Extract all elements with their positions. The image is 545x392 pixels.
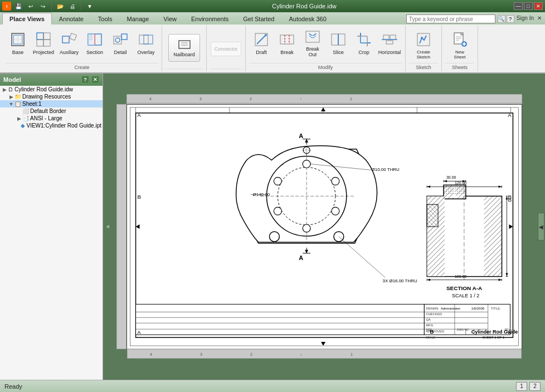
svg-rect-40	[383, 35, 389, 40]
connector-label: Connector	[215, 46, 238, 52]
slice-btn[interactable]: Slice	[326, 27, 351, 59]
right-panel-collapse[interactable]: ◀	[538, 213, 544, 241]
sidebar-close-btn[interactable]: ✕	[91, 76, 99, 84]
expand-icon-4[interactable]: ▶	[16, 116, 22, 121]
tab-view[interactable]: View	[156, 13, 184, 24]
quick-redo-btn[interactable]: ↪	[38, 1, 48, 11]
expand-icon-1[interactable]: ▶	[8, 94, 14, 100]
svg-rect-121	[455, 185, 465, 199]
tree-item-0[interactable]: ▶ 🗋 Cylinder Rod Guide.idw	[0, 86, 103, 93]
sidebar: Model ? ✕ ▶ 🗋 Cylinder Rod Guide.idw ▶ 📁…	[0, 74, 103, 380]
drawing-area[interactable]: ◀ ▶ 4 3 2 ↑ 1	[103, 74, 545, 380]
page1-btn[interactable]: 1	[516, 382, 527, 391]
svg-text:A: A	[299, 133, 303, 139]
tab-manage[interactable]: Manage	[120, 13, 157, 24]
tab-annotate[interactable]: Annotate	[52, 13, 91, 24]
page2-btn[interactable]: 2	[529, 382, 541, 391]
svg-point-88	[274, 177, 281, 185]
svg-rect-117	[484, 196, 502, 276]
base-icon	[9, 31, 27, 48]
expand-icon-0[interactable]: ▶	[1, 87, 8, 92]
svg-marker-75	[321, 342, 325, 346]
tab-get-started[interactable]: Get Started	[236, 13, 281, 24]
tab-tools[interactable]: Tools	[91, 13, 120, 24]
customize-btn[interactable]: ▼	[85, 1, 95, 11]
base-btn[interactable]: Base	[6, 27, 30, 59]
quick-undo-btn[interactable]: ↩	[26, 1, 36, 11]
tab-autodesk360[interactable]: Autodesk 360	[281, 13, 333, 24]
sidebar-title: Model	[3, 76, 21, 83]
svg-point-84	[331, 177, 339, 185]
tree-label-5: VIEW1:Cylinder Rod Guide.ipt	[26, 122, 101, 129]
svg-text:1: 1	[350, 97, 352, 101]
connector-btn: Connector	[211, 42, 242, 56]
svg-rect-120	[444, 185, 454, 199]
tree-label-4: ANSI - Large	[30, 115, 62, 121]
quick-save-btn[interactable]: 💾	[13, 1, 23, 11]
svg-text:4: 4	[150, 352, 152, 356]
draft-btn[interactable]: Draft	[249, 27, 274, 59]
quick-print-btn[interactable]: 🖨	[67, 1, 77, 11]
ribbon-group-sketch: CreateSketch Sketch	[406, 26, 442, 71]
ribbon-tabs: Place Views Annotate Tools Manage View E…	[0, 12, 545, 24]
overlay-btn[interactable]: Overlay	[134, 27, 158, 59]
title-bar-controls: — □ ✕	[514, 2, 543, 10]
svg-text:↑: ↑	[300, 97, 302, 101]
svg-marker-100	[305, 250, 308, 253]
tab-environments[interactable]: Environments	[184, 13, 236, 24]
svg-text:SHEET 1 OF 1: SHEET 1 OF 1	[482, 336, 504, 339]
projected-btn[interactable]: Projected	[31, 27, 56, 59]
svg-rect-29	[280, 35, 294, 44]
tree-item-3[interactable]: ▶ ⬜ Default Border	[0, 107, 103, 115]
tree-item-2[interactable]: ▼ 📋 Sheet:1	[0, 100, 103, 107]
svg-text:↓: ↓	[300, 352, 303, 356]
projected-label: Projected	[33, 50, 54, 55]
tree-item-5[interactable]: ▶ ◆ VIEW1:Cylinder Rod Guide.ipt	[0, 122, 103, 129]
title-bar-left: I 💾 ↩ ↪ 📂 🖨 ▼	[2, 1, 95, 11]
window-close-btn2[interactable]: ✕	[536, 15, 543, 23]
svg-rect-127	[427, 204, 438, 227]
expand-icon-2[interactable]: ▼	[8, 101, 14, 107]
svg-marker-138	[498, 185, 502, 188]
quick-open-btn[interactable]: 📂	[55, 1, 65, 11]
detail-btn[interactable]: Detail	[108, 27, 133, 59]
minimize-btn[interactable]: —	[514, 2, 523, 10]
status-bar: Ready 1 2	[0, 380, 545, 392]
crop-btn[interactable]: Crop	[352, 27, 376, 59]
svg-marker-96	[305, 139, 308, 143]
tree-icon-5: ◆	[21, 122, 25, 129]
tab-place-views[interactable]: Place Views	[2, 13, 52, 24]
sign-in-btn[interactable]: Sign In	[515, 15, 535, 23]
create-sketch-btn[interactable]: CreateSketch	[409, 28, 438, 62]
svg-text:Ø10.00 THRU: Ø10.00 THRU	[371, 167, 399, 172]
svg-text:3: 3	[200, 352, 202, 356]
svg-text:DRAWN: DRAWN	[426, 307, 438, 310]
tree-item-1[interactable]: ▶ 📁 Drawing Resources	[0, 93, 103, 100]
svg-text:SCALE 1 / 2: SCALE 1 / 2	[451, 293, 479, 298]
sidebar-help-btn[interactable]: ?	[81, 76, 89, 84]
break-btn[interactable]: Break	[275, 27, 299, 59]
search-input[interactable]	[406, 14, 495, 23]
breakout-btn[interactable]: Break Out	[300, 27, 325, 59]
search-btn[interactable]: 🔍	[498, 15, 505, 23]
create-sketch-icon	[415, 31, 432, 48]
nailboard-btn[interactable]: Nailboard	[168, 34, 200, 62]
tree-icon-1: 📁	[14, 94, 21, 100]
main-area: Model ? ✕ ▶ 🗋 Cylinder Rod Guide.idw ▶ 📁…	[0, 74, 545, 380]
svg-text:QA: QA	[426, 318, 431, 321]
auxiliary-icon	[60, 31, 78, 48]
svg-text:Administrator: Administrator	[441, 307, 460, 310]
modify-group-label: Modify	[249, 63, 402, 70]
close-btn[interactable]: ✕	[534, 2, 543, 10]
new-sheet-btn[interactable]: NewSheet	[445, 28, 474, 62]
svg-text:TITLE:: TITLE:	[490, 307, 500, 310]
svg-text:A: A	[508, 112, 511, 118]
svg-line-27	[257, 35, 266, 44]
tree-icon-4: 📑	[22, 115, 29, 121]
tree-item-4[interactable]: ▶ 📑 ANSI - Large	[0, 115, 103, 122]
help-btn[interactable]: ?	[507, 15, 514, 23]
section-btn[interactable]: Section	[82, 27, 107, 59]
auxiliary-btn[interactable]: Auxiliary	[57, 27, 81, 59]
maximize-btn[interactable]: □	[524, 2, 533, 10]
horizontal-btn[interactable]: Horizontal	[377, 27, 402, 59]
